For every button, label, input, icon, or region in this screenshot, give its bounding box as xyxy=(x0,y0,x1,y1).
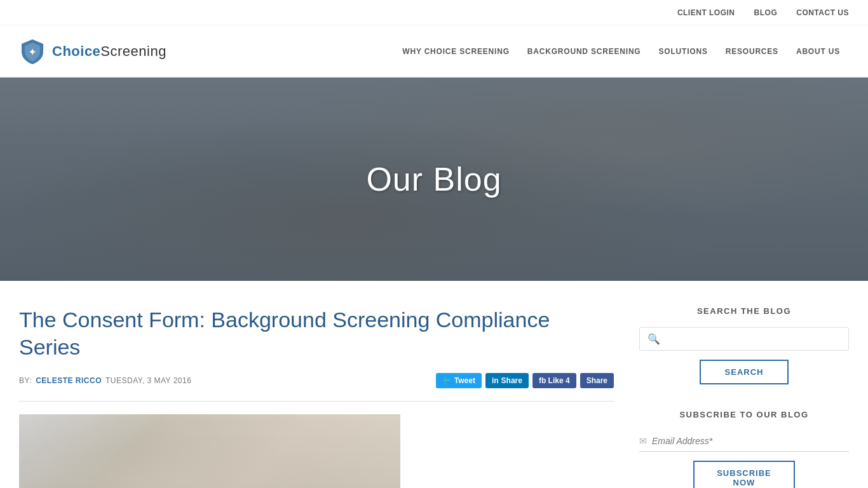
blog-link[interactable]: BLOG xyxy=(754,8,778,17)
email-input[interactable] xyxy=(652,436,849,446)
nav-background-screening[interactable]: BACKGROUND SCREENING xyxy=(519,41,650,62)
nav-about-us[interactable]: ABOUT US xyxy=(787,41,849,62)
logo[interactable]: ✦ ChoiceScreening xyxy=(19,38,166,65)
article-title: The Consent Form: Background Screening C… xyxy=(19,306,614,360)
email-input-wrap: ✉ xyxy=(639,431,849,452)
search-icon: 🔍 xyxy=(648,333,660,345)
tweet-button[interactable]: 🐦 Tweet xyxy=(436,373,482,388)
search-input[interactable] xyxy=(665,334,841,344)
nav-solutions[interactable]: SOLUTIONS xyxy=(650,41,717,62)
nav-why-choice-screening[interactable]: WHY CHOICE SCREENING xyxy=(393,41,518,62)
linkedin-icon: in xyxy=(492,376,499,385)
email-icon: ✉ xyxy=(639,436,647,446)
sidebar: SEARCH THE BLOG 🔍 SEARCH SUBSCRIBE TO OU… xyxy=(639,306,849,488)
search-section: SEARCH THE BLOG 🔍 SEARCH xyxy=(639,306,849,384)
logo-shield-icon: ✦ xyxy=(19,38,46,65)
client-login-link[interactable]: CLIENT LOGIN xyxy=(677,8,735,17)
svg-text:✦: ✦ xyxy=(29,47,36,57)
article-image xyxy=(19,414,400,488)
linkedin-share-button[interactable]: in Share xyxy=(485,373,529,388)
search-button[interactable]: SEARCH xyxy=(700,360,789,384)
facebook-share-button[interactable]: Share xyxy=(580,373,614,388)
main-content: The Consent Form: Background Screening C… xyxy=(19,306,614,488)
main-nav: ✦ ChoiceScreening WHY CHOICE SCREENING B… xyxy=(0,25,868,78)
author-link[interactable]: CELESTE RICCO xyxy=(36,376,102,385)
nav-links: WHY CHOICE SCREENING BACKGROUND SCREENIN… xyxy=(393,41,849,62)
search-section-title: SEARCH THE BLOG xyxy=(639,306,849,316)
article-date: TUESDAY, 3 MAY 2016 xyxy=(105,376,191,385)
twitter-icon: 🐦 xyxy=(442,376,452,385)
contact-us-link[interactable]: CONTACT US xyxy=(796,8,849,17)
logo-text: ChoiceScreening xyxy=(52,43,166,60)
top-bar: CLIENT LOGIN BLOG CONTACT US xyxy=(0,0,868,25)
hero-banner: Our Blog xyxy=(0,78,868,281)
hero-title: Our Blog xyxy=(366,160,501,198)
article-meta: BY: CELESTE RICCO TUESDAY, 3 MAY 2016 🐦 … xyxy=(19,373,614,388)
content-area: The Consent Form: Background Screening C… xyxy=(0,281,868,488)
article-divider xyxy=(19,401,614,402)
subscribe-section: SUBSCRIBE TO OUR BLOG ✉ SUBSCRIBE NOW xyxy=(639,410,849,488)
subscribe-button[interactable]: SUBSCRIBE NOW xyxy=(693,461,795,488)
search-box: 🔍 xyxy=(639,327,849,351)
social-buttons: 🐦 Tweet in Share fb Like 4 Share xyxy=(436,373,614,388)
facebook-like-button[interactable]: fb Like 4 xyxy=(532,373,576,388)
by-label: BY: xyxy=(19,376,32,385)
subscribe-section-title: SUBSCRIBE TO OUR BLOG xyxy=(639,410,849,419)
nav-resources[interactable]: RESOURCES xyxy=(717,41,787,62)
